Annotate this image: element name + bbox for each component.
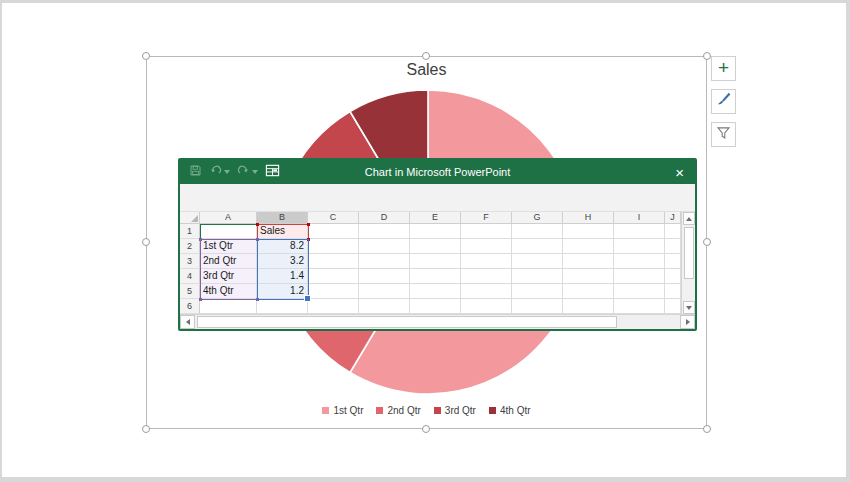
row-header-1[interactable]: 1 — [180, 224, 200, 239]
cell-G1[interactable] — [512, 224, 563, 239]
cell-C2[interactable] — [308, 239, 359, 254]
cell-D1[interactable] — [359, 224, 410, 239]
cell-H4[interactable] — [563, 269, 614, 284]
cell-H6[interactable] — [563, 299, 614, 314]
cell-G5[interactable] — [512, 284, 563, 299]
column-header-E[interactable]: E — [410, 212, 461, 224]
row-header-2[interactable]: 2 — [180, 239, 200, 254]
cell-H3[interactable] — [563, 254, 614, 269]
cell-B6[interactable] — [257, 299, 308, 314]
column-header-F[interactable]: F — [461, 212, 512, 224]
cell-A3[interactable]: 2nd Qtr — [200, 254, 257, 269]
cell-D5[interactable] — [359, 284, 410, 299]
column-header-C[interactable]: C — [308, 212, 359, 224]
select-all-corner[interactable] — [180, 212, 200, 224]
cell-A6[interactable] — [200, 299, 257, 314]
row-header-3[interactable]: 3 — [180, 254, 200, 269]
cell-J2[interactable] — [665, 239, 681, 254]
cell-A2[interactable]: 1st Qtr — [200, 239, 257, 254]
cell-G2[interactable] — [512, 239, 563, 254]
cell-B5[interactable]: 1.2 — [257, 284, 308, 299]
cell-E1[interactable] — [410, 224, 461, 239]
filter-icon-button[interactable] — [711, 122, 736, 147]
cell-F3[interactable] — [461, 254, 512, 269]
column-header-B[interactable]: B — [257, 212, 308, 224]
scroll-left-button[interactable] — [180, 315, 195, 329]
cell-G4[interactable] — [512, 269, 563, 284]
cell-B2[interactable]: 8.2 — [257, 239, 308, 254]
vertical-scroll-thumb[interactable] — [684, 227, 694, 279]
column-header-J[interactable]: J — [665, 212, 681, 224]
cell-H2[interactable] — [563, 239, 614, 254]
column-header-H[interactable]: H — [563, 212, 614, 224]
cell-B4[interactable]: 1.4 — [257, 269, 308, 284]
scroll-up-button[interactable] — [683, 212, 695, 225]
cell-C5[interactable] — [308, 284, 359, 299]
cell-I1[interactable] — [614, 224, 665, 239]
legend-item[interactable]: 2nd Qtr — [376, 405, 420, 416]
legend-item[interactable]: 4th Qtr — [489, 405, 531, 416]
cell-C3[interactable] — [308, 254, 359, 269]
cell-I5[interactable] — [614, 284, 665, 299]
window-titlebar[interactable]: Chart in Microsoft PowerPoint × — [180, 160, 695, 184]
cell-I4[interactable] — [614, 269, 665, 284]
cell-I6[interactable] — [614, 299, 665, 314]
scroll-right-button[interactable] — [680, 315, 695, 329]
chart-title[interactable]: Sales — [146, 61, 707, 79]
undo-button[interactable] — [209, 163, 230, 181]
horizontal-scrollbar[interactable] — [180, 314, 695, 329]
cell-A4[interactable]: 3rd Qtr — [200, 269, 257, 284]
cell-J5[interactable] — [665, 284, 681, 299]
cell-J6[interactable] — [665, 299, 681, 314]
edit-data-in-excel-button[interactable] — [265, 163, 280, 182]
vertical-scrollbar[interactable] — [681, 212, 695, 314]
cell-B3[interactable]: 3.2 — [257, 254, 308, 269]
column-header-D[interactable]: D — [359, 212, 410, 224]
cell-C4[interactable] — [308, 269, 359, 284]
cell-D6[interactable] — [359, 299, 410, 314]
cell-J4[interactable] — [665, 269, 681, 284]
scroll-down-button[interactable] — [683, 301, 695, 314]
column-header-A[interactable]: A — [200, 212, 257, 224]
cell-A5[interactable]: 4th Qtr — [200, 284, 257, 299]
cell-I3[interactable] — [614, 254, 665, 269]
cell-H5[interactable] — [563, 284, 614, 299]
cell-E2[interactable] — [410, 239, 461, 254]
cell-G3[interactable] — [512, 254, 563, 269]
cell-F5[interactable] — [461, 284, 512, 299]
chart-styles-button[interactable] — [711, 89, 736, 114]
cell-E4[interactable] — [410, 269, 461, 284]
row-header-5[interactable]: 5 — [180, 284, 200, 299]
cell-C1[interactable] — [308, 224, 359, 239]
cell-E3[interactable] — [410, 254, 461, 269]
chart-elements-button[interactable]: + — [711, 56, 736, 81]
cell-F6[interactable] — [461, 299, 512, 314]
cell-F4[interactable] — [461, 269, 512, 284]
cell-C6[interactable] — [308, 299, 359, 314]
cell-E5[interactable] — [410, 284, 461, 299]
cell-D3[interactable] — [359, 254, 410, 269]
cell-E6[interactable] — [410, 299, 461, 314]
cell-I2[interactable] — [614, 239, 665, 254]
row-header-4[interactable]: 4 — [180, 269, 200, 284]
column-header-I[interactable]: I — [614, 212, 665, 224]
cell-J1[interactable] — [665, 224, 681, 239]
horizontal-scroll-thumb[interactable] — [197, 316, 617, 328]
chart-data-window[interactable]: Chart in Microsoft PowerPoint × ABCDEFGH… — [178, 158, 697, 331]
cell-A1[interactable] — [200, 224, 257, 239]
close-button[interactable]: × — [675, 160, 684, 184]
column-header-G[interactable]: G — [512, 212, 563, 224]
cell-D2[interactable] — [359, 239, 410, 254]
cell-H1[interactable] — [563, 224, 614, 239]
redo-button[interactable] — [237, 163, 258, 181]
cell-F2[interactable] — [461, 239, 512, 254]
save-button[interactable] — [189, 163, 202, 181]
cell-F1[interactable] — [461, 224, 512, 239]
cell-D4[interactable] — [359, 269, 410, 284]
legend-item[interactable]: 1st Qtr — [322, 405, 363, 416]
cell-J3[interactable] — [665, 254, 681, 269]
cell-G6[interactable] — [512, 299, 563, 314]
horizontal-scroll-track[interactable] — [617, 315, 680, 329]
cell-B1[interactable]: Sales — [257, 224, 308, 239]
legend-item[interactable]: 3rd Qtr — [434, 405, 476, 416]
